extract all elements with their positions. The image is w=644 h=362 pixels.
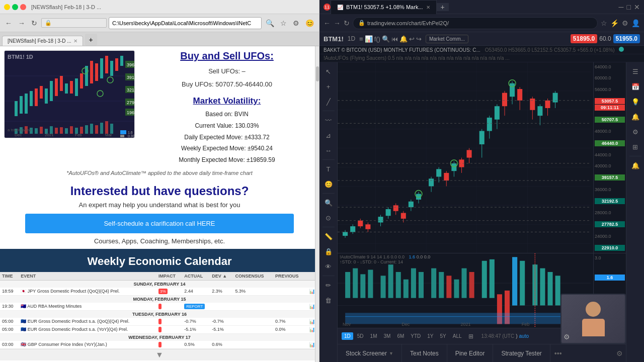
ruler-tool-btn[interactable]: 📏: [321, 229, 336, 243]
calendar-row-4: 05:00 🇪🇺 EUR Gross Domestic Product s.a.…: [0, 325, 319, 333]
tf-6m-btn[interactable]: 6M: [394, 332, 407, 340]
volatility-info: Based on: BVIN Current Value: 130.03% Da…: [139, 109, 315, 166]
calendar-sidebar-btn[interactable]: 📅: [628, 79, 642, 94]
svg-text:32192.5: 32192.5: [127, 87, 135, 93]
magnet-tool-btn[interactable]: ⊙: [321, 211, 336, 225]
search-btn[interactable]: 🔍: [264, 18, 276, 28]
text-tool-btn[interactable]: T: [321, 162, 336, 176]
tv-profile-btn[interactable]: 👤: [631, 19, 640, 27]
more-tabs-btn[interactable]: •••: [550, 349, 566, 357]
tool-separator-5: [323, 276, 335, 276]
new-tab-btn-tv[interactable]: +: [437, 3, 449, 11]
layout-btn[interactable]: ⊞: [628, 140, 642, 154]
tv-add-indicator-btn[interactable]: f(): [374, 35, 380, 43]
draw-line-btn[interactable]: ╱: [321, 95, 336, 109]
trash-tool-btn[interactable]: 🗑: [321, 293, 336, 307]
svg-rect-108: [444, 173, 449, 180]
page-scroll[interactable]: BTM1! 1D: [0, 46, 319, 362]
fib-tool-btn[interactable]: 〰: [321, 113, 336, 127]
tv-chart-candle-btn[interactable]: 📊: [365, 35, 373, 43]
tv-symbol[interactable]: BTM1!: [324, 35, 344, 43]
schedule-call-btn[interactable]: Self-schedule a clarification call HERE: [25, 214, 294, 233]
tv-active-tab[interactable]: 📈 BTM1! 53057.5 +1.08% Mark... ✕: [331, 0, 437, 14]
maximize-btn[interactable]: [12, 4, 18, 10]
back-btn[interactable]: ←: [3, 18, 14, 28]
calendar-row-3: 05:00 🇪🇺 EUR Gross Domestic Product s.a.…: [0, 318, 319, 326]
tv-undo-btn[interactable]: ↩: [409, 35, 415, 43]
tv-star-btn[interactable]: ☆: [601, 19, 607, 27]
forward-btn[interactable]: →: [16, 18, 27, 28]
alerts-right-btn[interactable]: 🔔: [628, 158, 642, 172]
browser-tab[interactable]: [NEWSflash] Feb-18 | 3-D ... ✕: [2, 36, 83, 46]
svg-rect-9: [40, 86, 43, 99]
tf-1d-btn[interactable]: 1D: [342, 332, 353, 340]
tv-refresh-btn[interactable]: ↻: [344, 19, 350, 27]
tv-minimize-btn[interactable]: ─: [619, 3, 624, 11]
tv-ext-btn[interactable]: ⚡: [610, 19, 619, 27]
scrollbar[interactable]: [315, 46, 319, 362]
calendar-row-5: 03:00 🇬🇧 GBP Consumer Price Index (YoY)(…: [0, 341, 319, 349]
watchlist-btn[interactable]: ☰: [628, 64, 642, 78]
tv-tab-close-icon[interactable]: ✕: [426, 5, 430, 10]
tv-address-bar[interactable]: 🔒 tradingview.com/chart/EvhPel2Q/: [353, 17, 598, 29]
settings-sidebar-btn[interactable]: ⚙: [628, 125, 642, 139]
stock-screener-tab[interactable]: Stock Screener ▼: [338, 344, 402, 362]
tv-forward-btn[interactable]: →: [334, 19, 341, 27]
refresh-btn[interactable]: ↻: [29, 18, 39, 28]
tf-all-btn[interactable]: ALL: [450, 332, 464, 340]
zoom-tool-btn[interactable]: 🔍: [321, 196, 336, 210]
tv-market-comm-btn[interactable]: Market Comm...: [426, 35, 468, 43]
tf-3m-btn[interactable]: 3M: [381, 332, 393, 340]
report-badge: REPORT: [184, 304, 205, 309]
tv-timeframe-display[interactable]: 1D: [348, 35, 355, 42]
emoji-tool-btn[interactable]: 😊: [321, 177, 336, 191]
tv-settings-btn[interactable]: ⚙: [622, 19, 628, 27]
lock-tool-btn[interactable]: 🔒: [321, 244, 336, 258]
tv-alert-btn[interactable]: 🔔: [399, 35, 408, 43]
cursor-tool-btn[interactable]: ↖: [321, 64, 336, 78]
tf-ytd-btn[interactable]: YTD: [408, 332, 423, 340]
tv-back-btn[interactable]: ←: [324, 19, 331, 27]
tv-close-btn[interactable]: ✕: [634, 3, 640, 11]
minimize-btn[interactable]: [4, 4, 10, 10]
tv-header-right: 51895.0 60.0 51955.0: [571, 34, 640, 43]
scrollbar-thumb[interactable]: [316, 66, 319, 81]
tv-restore-btn[interactable]: □: [627, 3, 631, 11]
close-btn[interactable]: [20, 4, 26, 10]
eye-tool-btn[interactable]: 👁: [321, 259, 336, 274]
measure-tool-btn[interactable]: ↔: [321, 143, 336, 157]
svg-rect-21: [100, 58, 103, 78]
settings-btn[interactable]: ⚙: [291, 18, 301, 28]
profile-btn[interactable]: 😊: [303, 18, 316, 28]
webcam-settings-icon[interactable]: ⚙: [564, 333, 570, 341]
time-label-feb: Feb: [522, 322, 530, 327]
idea-btn[interactable]: 💡: [628, 95, 642, 109]
address-bar[interactable]: [109, 17, 262, 29]
alert-sidebar-btn[interactable]: 🔔: [628, 110, 642, 124]
new-tab-btn[interactable]: +: [85, 34, 97, 46]
tf-1m-btn[interactable]: 1M: [368, 332, 380, 340]
tf-5d-btn[interactable]: 5D: [355, 332, 366, 340]
tv-redo-btn[interactable]: ↪: [416, 35, 422, 43]
svg-rect-160: [454, 280, 459, 298]
sell-ufos: Sell UFOs: –: [139, 65, 315, 78]
text-notes-tab[interactable]: Text Notes: [402, 344, 447, 362]
pattern-tool-btn[interactable]: ⊿: [321, 128, 336, 142]
tv-chart-bar-btn[interactable]: ≡: [359, 35, 363, 43]
main-chart-area[interactable]: 64000.0 60000.0 56000.0 53057.5 09:11:11…: [338, 62, 626, 253]
strategy-tester-tab[interactable]: Strategy Tester: [493, 344, 550, 362]
tf-1y-btn[interactable]: 1Y: [425, 332, 436, 340]
tf-5y-btn[interactable]: 5Y: [438, 332, 449, 340]
pine-editor-tab[interactable]: Pine Editor: [447, 344, 494, 362]
tf-extra-btn[interactable]: ⊞: [466, 332, 476, 341]
fn-gear-icon[interactable]: ⚙: [616, 349, 623, 357]
crosshair-tool-btn[interactable]: +: [321, 79, 336, 94]
indicator-val-blue: 1.6: [595, 275, 625, 281]
tv-replay-btn[interactable]: ⏮: [391, 35, 398, 43]
svg-rect-116: [479, 131, 485, 144]
tab-close-btn[interactable]: ✕: [73, 38, 77, 44]
tv-magnify-btn[interactable]: 🔍: [382, 35, 390, 43]
calendar-table-container: TIME EVENT IMPACT ACTUAL DEV ▲ CONSENSUS…: [0, 272, 319, 349]
star-btn[interactable]: ☆: [278, 18, 289, 28]
pencil-tool-btn[interactable]: ✏: [321, 278, 336, 292]
